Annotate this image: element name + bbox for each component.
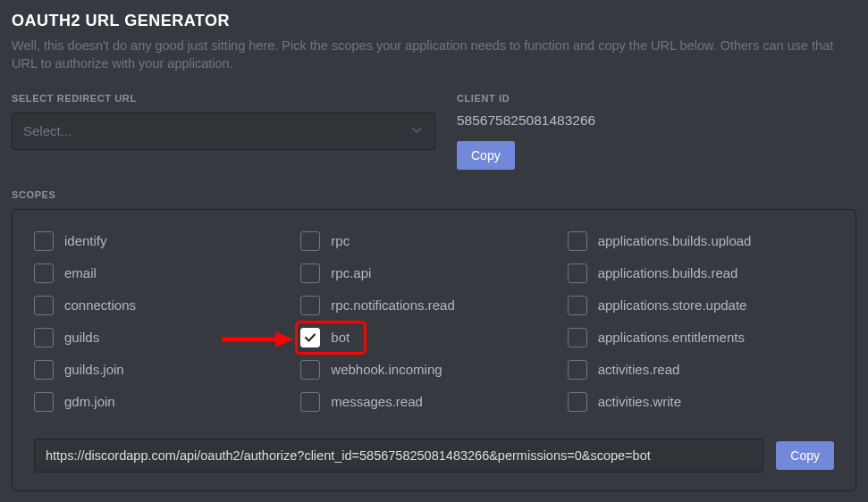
scope-label: applications.builds.read [598, 265, 738, 280]
scope-applications-store-update[interactable]: applications.store.update [568, 296, 834, 315]
scope-email[interactable]: email [34, 264, 300, 283]
scope-label: activities.write [598, 394, 681, 409]
scope-label: applications.builds.upload [598, 233, 752, 248]
checkbox-gdm-join[interactable] [34, 392, 54, 412]
scope-applications-builds-upload[interactable]: applications.builds.upload [568, 231, 834, 251]
scope-gdm-join[interactable]: gdm.join [34, 392, 300, 412]
scope-label: rpc.notifications.read [331, 297, 454, 313]
redirect-url-label: SELECT REDIRECT URL [12, 93, 435, 104]
checkbox-webhook-incoming[interactable] [300, 360, 320, 380]
scope-bot[interactable]: bot [300, 328, 567, 347]
scope-applications-builds-read[interactable]: applications.builds.read [568, 264, 834, 283]
scope-rpc[interactable]: rpc [300, 231, 567, 251]
scope-webhook-incoming[interactable]: webhook.incoming [300, 360, 567, 380]
copy-url-button[interactable]: Copy [776, 441, 834, 470]
checkbox-guilds[interactable] [34, 328, 54, 347]
checkbox-activities-read[interactable] [568, 360, 587, 380]
scope-applications-entitlements[interactable]: applications.entitlements [568, 328, 834, 347]
checkbox-connections[interactable] [34, 296, 54, 315]
scope-label: messages.read [331, 394, 423, 409]
scope-label: identify [64, 233, 107, 248]
scope-activities-write[interactable]: activities.write [568, 392, 834, 412]
checkbox-applications-builds-upload[interactable] [568, 231, 587, 251]
checkbox-email[interactable] [34, 264, 54, 283]
checkbox-activities-write[interactable] [568, 392, 587, 412]
scope-label: guilds.join [64, 362, 124, 377]
scope-label: rpc.api [331, 265, 371, 280]
scope-label: guilds [64, 330, 99, 345]
generated-url-input[interactable] [34, 439, 763, 473]
checkbox-applications-builds-read[interactable] [568, 264, 587, 283]
scope-connections[interactable]: connections [34, 296, 300, 315]
scope-label: rpc [331, 233, 350, 248]
scope-label: bot [331, 330, 350, 345]
checkbox-bot[interactable] [300, 328, 320, 347]
scope-messages-read[interactable]: messages.read [300, 392, 567, 412]
scopes-panel: identifyrpcapplications.builds.uploadema… [12, 209, 856, 491]
checkbox-rpc-notifications-read[interactable] [300, 296, 320, 315]
scope-label: applications.store.update [598, 297, 747, 313]
scope-activities-read[interactable]: activities.read [568, 360, 834, 380]
checkbox-rpc-api[interactable] [300, 264, 320, 283]
redirect-url-select[interactable]: Select... [12, 113, 435, 150]
scope-label: gdm.join [64, 394, 115, 409]
scope-label: email [64, 265, 97, 280]
scope-label: applications.entitlements [598, 330, 745, 345]
scope-label: activities.read [598, 362, 680, 377]
chevron-down-icon [411, 123, 422, 139]
checkbox-applications-store-update[interactable] [568, 296, 587, 315]
redirect-url-placeholder: Select... [23, 123, 72, 138]
scopes-label: SCOPES [12, 189, 856, 200]
checkbox-identify[interactable] [34, 231, 54, 251]
page-subtitle: Well, this doesn't do any good just sitt… [12, 37, 856, 73]
scope-identify[interactable]: identify [34, 231, 300, 251]
scope-rpc-notifications-read[interactable]: rpc.notifications.read [300, 296, 567, 315]
scopes-grid: identifyrpcapplications.builds.uploadema… [34, 231, 834, 412]
page-title: OAUTH2 URL GENERATOR [12, 12, 856, 30]
scope-rpc-api[interactable]: rpc.api [300, 264, 567, 283]
checkbox-applications-entitlements[interactable] [568, 328, 587, 347]
scope-guilds[interactable]: guilds [34, 328, 300, 347]
copy-client-id-button[interactable]: Copy [457, 141, 515, 170]
checkbox-messages-read[interactable] [300, 392, 320, 412]
checkbox-guilds-join[interactable] [34, 360, 54, 380]
client-id-value: 585675825081483266 [457, 113, 856, 129]
scope-guilds-join[interactable]: guilds.join [34, 360, 300, 380]
scope-label: connections [64, 297, 136, 313]
client-id-label: CLIENT ID [457, 93, 856, 104]
scope-label: webhook.incoming [331, 362, 442, 377]
checkbox-rpc[interactable] [300, 231, 320, 251]
